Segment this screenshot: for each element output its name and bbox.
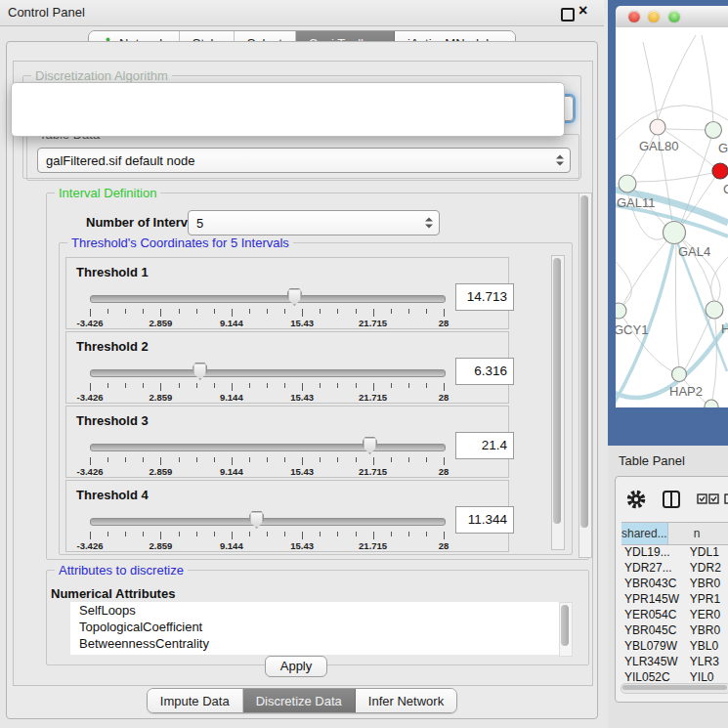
network-window-titlebar	[616, 6, 728, 28]
table-body: YDL19...YDL1YDR27...YDR2YBR043CYBR0YPR14…	[621, 544, 728, 685]
table-data-group: Table Data galFiltered.sif default node	[26, 134, 579, 181]
threshold-1-slider-thumb[interactable]	[287, 288, 302, 306]
threshold-4-axis: -3.4262.8599.14415.4321.71528	[90, 530, 444, 551]
network-canvas[interactable]: GAL80 GA C GAL11 GAL4 GCY1 H HAP2	[616, 27, 728, 407]
node-label-gal11: GAL11	[617, 195, 656, 210]
node-label-gcy1: GCY1	[616, 322, 648, 337]
threshold-4-box: Threshold 4 -3.4262.8599.14415.4321.7152…	[65, 480, 509, 552]
table-row[interactable]: YPR145WYPR1	[621, 591, 728, 607]
node-selected-red[interactable]	[712, 163, 728, 179]
attributes-group-title: Attributes to discretize	[55, 563, 188, 578]
attribute-list-item[interactable]: BetweennessCentrality	[70, 635, 559, 652]
threshold-2-axis: -3.4262.8599.14415.4321.71528	[90, 381, 444, 403]
table-row[interactable]: YBL079WYBL0	[621, 638, 728, 654]
bottom-tab-strip: Impute Data Discretize Data Infer Networ…	[0, 688, 604, 712]
discretization-algorithm-group-title: Discretization Algorithm	[31, 68, 172, 83]
gear-icon[interactable]	[629, 492, 643, 506]
threshold-2-value-field[interactable]: 6.316	[455, 358, 514, 385]
attribute-list-item[interactable]: SelfLoops	[70, 602, 559, 619]
number-of-intervals-value: 5	[196, 216, 203, 231]
minimize-traffic-light[interactable]	[648, 11, 660, 22]
tab-impute-data[interactable]: Impute Data	[148, 689, 243, 712]
checkbox-columns-icon[interactable]	[698, 494, 728, 503]
node-label-partial-h: H	[721, 321, 728, 336]
threshold-3-slider-thumb[interactable]	[363, 437, 377, 454]
table-row[interactable]: YBR043CYBR0	[621, 576, 728, 591]
table-horizontal-scrollbar[interactable]	[621, 683, 728, 694]
numerical-attributes-label: Numerical Attributes	[51, 586, 175, 601]
control-panel-title: Control Panel	[8, 5, 85, 20]
table-panel-title: Table Panel	[619, 453, 685, 468]
table-data-combobox[interactable]: galFiltered.sif default node	[37, 148, 571, 173]
table-row[interactable]: YDR27...YDR2	[621, 560, 728, 576]
attribute-list-item[interactable]: TopologicalCoefficient	[70, 619, 559, 635]
float-window-icon[interactable]	[561, 8, 575, 21]
table-cell: YPR1	[684, 591, 728, 607]
node-label-partial-c: C	[723, 182, 728, 196]
table-row[interactable]: YLR345WYLR3	[621, 654, 728, 669]
node-gcy1[interactable]	[616, 303, 626, 319]
threshold-2-box: Threshold 2 -3.4262.8599.14415.4321.7152…	[65, 331, 509, 404]
table-cell: YBR0	[684, 622, 728, 638]
interval-definition-group-title: Interval Definition	[55, 186, 160, 200]
node-gal11[interactable]	[619, 175, 636, 193]
table-row[interactable]: YER054CYER0	[621, 607, 728, 622]
node-gal4[interactable]	[664, 222, 686, 244]
table-cell: YDR2	[684, 560, 728, 576]
table-row[interactable]: YBR045CYBR0	[621, 622, 728, 638]
close-traffic-light[interactable]	[628, 11, 640, 22]
table-cell: YDL19...	[621, 544, 684, 560]
apply-button[interactable]: Apply	[265, 656, 327, 677]
threshold-1-value-field[interactable]: 14.713	[455, 283, 514, 311]
tab-infer-network[interactable]: Infer Network	[356, 689, 456, 712]
node-bottom[interactable]	[705, 400, 718, 407]
node-gal80[interactable]	[650, 119, 665, 135]
attributes-list-scrollbar[interactable]	[559, 602, 573, 657]
close-icon[interactable]: ×	[578, 2, 587, 20]
column-header-name[interactable]: n	[668, 523, 728, 544]
table-cell: YBR043C	[621, 576, 684, 591]
spinner-stepper-icon	[425, 218, 432, 229]
thresholds-group: Threshold's Coordinates for 5 Intervals …	[59, 242, 573, 555]
threshold-1-label: Threshold 1	[76, 265, 149, 279]
table-header-row: shared... n	[621, 522, 728, 545]
numerical-attributes-list[interactable]: SelfLoopsTopologicalCoefficientBetweenne…	[70, 602, 559, 655]
table-cell: YBR0	[684, 576, 728, 591]
threshold-3-label: Threshold 3	[76, 413, 149, 428]
threshold-1-box: Threshold 1 -3.4262.8599.14415.4321.7152…	[65, 257, 509, 329]
table-cell: YDR27...	[621, 560, 684, 576]
node-hap2[interactable]	[672, 367, 687, 382]
thresholds-scrollbar[interactable]	[551, 255, 565, 550]
table-cell: YLR3	[684, 654, 728, 669]
threshold-4-slider-thumb[interactable]	[249, 511, 264, 529]
threshold-2-slider-track[interactable]	[90, 369, 446, 377]
zoom-traffic-light[interactable]	[668, 11, 680, 22]
panel-scrollbar[interactable]	[578, 193, 592, 558]
threshold-4-label: Threshold 4	[76, 488, 149, 502]
table-data-selected-value: galFiltered.sif default node	[46, 153, 194, 168]
node-top-right[interactable]	[706, 122, 722, 139]
table-row[interactable]: YDL19...YDL1	[621, 544, 728, 560]
tab-discretize-data[interactable]: Discretize Data	[243, 689, 356, 712]
threshold-2-slider-thumb[interactable]	[193, 363, 207, 380]
threshold-4-slider-track[interactable]	[90, 518, 446, 526]
threshold-4-value-field[interactable]: 11.344	[455, 506, 514, 534]
node-label-gal4: GAL4	[678, 244, 710, 259]
control-panel-titlebar: Control Panel ×	[0, 0, 604, 26]
threshold-2-label: Threshold 2	[76, 339, 149, 354]
table-cell: YDL1	[684, 544, 728, 560]
threshold-3-value-field[interactable]: 21.4	[455, 432, 514, 459]
number-of-intervals-spinner[interactable]: 5	[188, 210, 440, 236]
node-right-mid[interactable]	[706, 301, 723, 319]
table-cell: YBL0	[684, 638, 728, 654]
node-label-gal80: GAL80	[639, 139, 678, 153]
threshold-3-slider-track[interactable]	[90, 444, 446, 451]
threshold-1-slider-track[interactable]	[90, 295, 446, 303]
column-header-shared-name[interactable]: shared...	[621, 523, 668, 544]
network-graph: GAL80 GA C GAL11 GAL4 GCY1 H HAP2	[616, 27, 728, 407]
threshold-1-axis: -3.4262.8599.14415.4321.71528	[90, 307, 444, 328]
table-panel-box: shared... n YDL19...YDL1YDR27...YDR2YBR0…	[615, 476, 728, 703]
attributes-group: Attributes to discretize Numerical Attri…	[46, 570, 589, 665]
split-view-icon[interactable]	[664, 492, 679, 507]
table-cell: YBR045C	[621, 622, 684, 638]
